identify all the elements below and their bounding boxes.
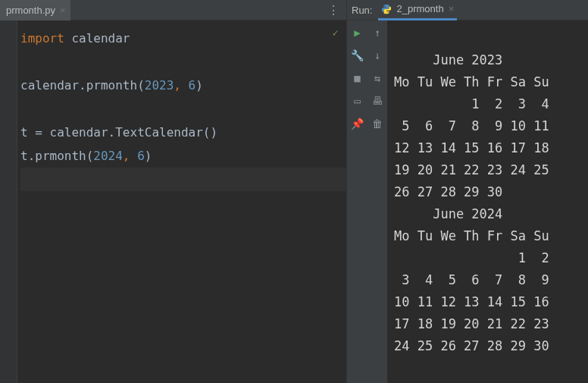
down-arrow-icon[interactable]: ↓ [371,49,383,61]
trash-icon[interactable]: 🗑 [371,118,383,130]
run-console[interactable]: June 2023 Mo Tu We Th Fr Sa Su 1 2 3 4 5… [388,20,588,383]
code-line [20,97,346,121]
code-line [20,168,346,191]
more-icon[interactable]: ⋮ [327,3,340,17]
code-line [20,50,346,74]
code-line: t = calendar.TextCalendar() [20,121,346,144]
layout-icon[interactable]: ▭ [352,95,364,107]
wrap-icon[interactable]: ⇆ [371,72,383,84]
wrench-icon[interactable]: 🔧 [352,49,364,61]
pin-icon[interactable]: 📌 [352,118,364,130]
code-line: calendar.prmonth(2023, 6) [20,74,346,97]
editor-area: import calendarcalendar.prmonth(2023, 6)… [0,20,346,383]
run-header: Run: 2_prmonth × [346,0,588,20]
editor-gutter [0,20,17,383]
print-icon[interactable]: 🖶 [371,95,383,107]
run-tab[interactable]: 2_prmonth × [378,0,457,20]
check-icon: ✓ [333,27,339,39]
run-panel-label: Run: [352,5,372,16]
run-tool-window: ▶ 🔧 ■ ▭ 📌 ↑ ↓ ⇆ 🖶 🗑 June 2023 Mo Tu We T… [346,20,588,383]
run-toolbar-left: ▶ 🔧 ■ ▭ 📌 [347,20,368,383]
run-icon[interactable]: ▶ [352,27,364,39]
body: import calendarcalendar.prmonth(2023, 6)… [0,20,588,383]
editor-tabs: prmonth.py × ⋮ [0,0,346,20]
run-toolbar-right: ↑ ↓ ⇆ 🖶 🗑 [368,20,388,383]
code-line: import calendar [20,27,346,50]
run-tab-label: 2_prmonth [396,3,443,14]
editor-tab-label: prmonth.py [6,5,55,16]
code-line: t.prmonth(2024, 6) [20,144,346,168]
header-bar: prmonth.py × ⋮ Run: 2_prmonth × [0,0,588,20]
editor-tab-prmonth[interactable]: prmonth.py × [0,0,70,20]
code-editor[interactable]: import calendarcalendar.prmonth(2023, 6)… [17,20,346,383]
close-icon[interactable]: × [449,3,455,14]
up-arrow-icon[interactable]: ↑ [371,27,383,39]
python-icon [381,4,392,14]
close-icon[interactable]: × [60,5,66,16]
stop-icon[interactable]: ■ [352,72,364,84]
